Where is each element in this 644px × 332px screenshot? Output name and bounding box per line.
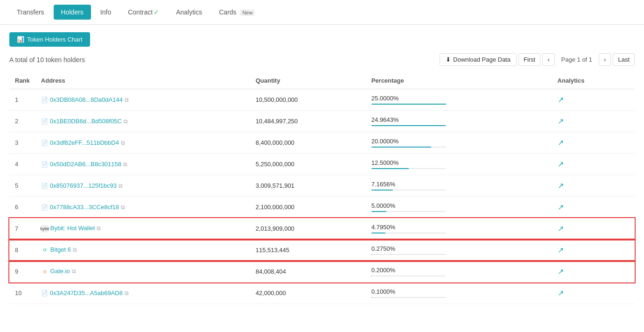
address-link[interactable]: Gate.io xyxy=(50,268,70,275)
analytics-cell: ↗ xyxy=(552,132,635,154)
analytics-chart-icon[interactable]: ↗ xyxy=(558,96,564,104)
analytics-chart-icon[interactable]: ↗ xyxy=(558,246,564,254)
tab-cards[interactable]: Cards New xyxy=(211,5,262,20)
percentage-cell: 5.0000% xyxy=(366,197,552,218)
rank-cell: 3 xyxy=(9,132,35,154)
copy-icon[interactable]: ⧉ xyxy=(73,247,77,253)
summary-text: A total of 10 token holders xyxy=(9,56,85,64)
percentage-bar-container xyxy=(371,297,446,298)
address-cell: 📄0x7788cA33...3CCe8cf18⧉ xyxy=(35,197,250,218)
percentage-cell: 25.0000% xyxy=(366,89,552,111)
percentage-bar-container xyxy=(371,104,446,105)
percentage-cell: 0.1000% xyxy=(366,283,552,304)
page-info: Page 1 of 1 xyxy=(557,54,597,65)
table-row: 4📄0x50dD2AB6...B8c301158⧉5,250,000,00012… xyxy=(9,154,635,175)
check-icon: ✓ xyxy=(154,8,159,16)
doc-icon: 📄 xyxy=(41,118,48,125)
holders-table: Rank Address Quantity Percentage Analyti… xyxy=(9,72,635,304)
table-header: Rank Address Quantity Percentage Analyti… xyxy=(9,72,635,89)
new-badge: New xyxy=(240,9,255,16)
address-cell: 📄0x1BE0DB6d...Bd508f05C⧉ xyxy=(35,111,250,132)
analytics-chart-icon[interactable]: ↗ xyxy=(558,203,564,211)
tab-holders[interactable]: Holders xyxy=(54,5,91,20)
percentage-cell: 4.7950% xyxy=(366,218,552,240)
analytics-chart-icon[interactable]: ↗ xyxy=(558,289,564,297)
next-button[interactable]: › xyxy=(599,53,611,66)
analytics-chart-icon[interactable]: ↗ xyxy=(558,225,564,233)
analytics-cell: ↗ xyxy=(552,197,635,218)
copy-icon[interactable]: ⧉ xyxy=(121,140,125,146)
analytics-cell: ↗ xyxy=(552,261,635,283)
percentage-bar xyxy=(371,125,446,126)
percentage-bar xyxy=(371,297,372,298)
percentage-bar xyxy=(371,104,446,105)
address-cell: 📄0x3A247D35...A5ab69AD8⧉ xyxy=(35,283,250,304)
copy-icon[interactable]: ⧉ xyxy=(123,161,127,168)
chart-icon: 📊 xyxy=(17,36,24,43)
summary-row: A total of 10 token holders ⬇ Download P… xyxy=(9,53,635,66)
percentage-value: 7.1656% xyxy=(371,181,546,188)
copy-icon[interactable]: ⧉ xyxy=(119,183,123,189)
col-quantity: Quantity xyxy=(250,72,366,89)
copy-icon[interactable]: ⧉ xyxy=(72,268,76,275)
quantity-cell: 42,000,000 xyxy=(250,283,366,304)
doc-icon: 📄 xyxy=(41,161,48,168)
table-row: 1📄0x3DB08A08...8Da0dA144⧉10,500,000,0002… xyxy=(9,89,635,111)
copy-icon[interactable]: ⧉ xyxy=(124,118,128,125)
analytics-cell: ↗ xyxy=(552,111,635,132)
percentage-value: 25.0000% xyxy=(371,95,546,102)
token-holders-chart-button[interactable]: 📊 Token Holders Chart xyxy=(9,32,90,47)
percentage-bar xyxy=(371,254,372,255)
address-link[interactable]: Bybit: Hot Wallet xyxy=(50,225,95,232)
rank-cell: 10 xyxy=(9,283,35,304)
analytics-chart-icon[interactable]: ↗ xyxy=(558,160,564,168)
main-content: 📊 Token Holders Chart A total of 10 toke… xyxy=(0,25,644,311)
address-link[interactable]: 0x3DB08A08...8Da0dA144 xyxy=(50,96,123,103)
percentage-value: 0.2000% xyxy=(371,267,546,274)
percentage-value: 0.1000% xyxy=(371,288,546,295)
download-button[interactable]: ⬇ Download Page Data xyxy=(440,53,517,66)
copy-icon[interactable]: ⧉ xyxy=(125,290,129,297)
address-link[interactable]: 0x7788cA33...3CCe8cf18 xyxy=(50,204,119,211)
quantity-cell: 10,484,997,250 xyxy=(250,111,366,132)
table-row: 2📄0x1BE0DB6d...Bd508f05C⧉10,484,997,2502… xyxy=(9,111,635,132)
percentage-value: 12.5000% xyxy=(371,159,546,166)
doc-icon: 📄 xyxy=(41,183,48,189)
tab-transfers[interactable]: Transfers xyxy=(9,5,52,20)
prev-button[interactable]: ‹ xyxy=(542,53,554,66)
last-button[interactable]: Last xyxy=(613,53,635,66)
analytics-chart-icon[interactable]: ↗ xyxy=(558,268,564,275)
percentage-cell: 0.2750% xyxy=(366,240,552,261)
tab-bar: Transfers Holders Info Contract ✓ Analyt… xyxy=(0,0,644,25)
tab-analytics[interactable]: Analytics xyxy=(168,5,210,20)
copy-icon[interactable]: ⧉ xyxy=(97,225,101,232)
percentage-bar-container xyxy=(371,233,446,233)
first-button[interactable]: First xyxy=(518,53,540,66)
tab-info[interactable]: Info xyxy=(93,5,119,20)
copy-icon[interactable]: ⧉ xyxy=(121,204,125,211)
address-link[interactable]: 0x1BE0DB6d...Bd508f05C xyxy=(50,118,122,125)
col-address: Address xyxy=(35,72,250,89)
analytics-chart-icon[interactable]: ↗ xyxy=(558,182,564,190)
quantity-cell: 2,100,000,000 xyxy=(250,197,366,218)
analytics-chart-icon[interactable]: ↗ xyxy=(558,139,564,147)
address-link[interactable]: 0x3A247D35...A5ab69AD8 xyxy=(50,290,123,297)
table-row: 5📄0x85076937...125f1bc93⧉3,009,571,9017.… xyxy=(9,175,635,197)
address-cell: ⊙Gate.io⧉ xyxy=(35,261,250,283)
analytics-cell: ↗ xyxy=(552,154,635,175)
percentage-bar xyxy=(371,190,393,191)
percentage-value: 5.0000% xyxy=(371,202,546,209)
percentage-cell: 24.9643% xyxy=(366,111,552,132)
analytics-cell: ↗ xyxy=(552,89,635,111)
address-link[interactable]: 0x50dD2AB6...B8c301158 xyxy=(50,161,121,168)
address-link[interactable]: 0x3df82eFF...511bDbbD4 xyxy=(50,139,119,146)
address-cell: 📄0x50dD2AB6...B8c301158⧉ xyxy=(35,154,250,175)
address-link[interactable]: Bitget 6 xyxy=(50,246,71,253)
copy-icon[interactable]: ⧉ xyxy=(125,97,129,103)
tab-contract[interactable]: Contract ✓ xyxy=(120,5,167,20)
quantity-cell: 115,513,445 xyxy=(250,240,366,261)
address-link[interactable]: 0x85076937...125f1bc93 xyxy=(50,182,117,189)
analytics-cell: ↗ xyxy=(552,175,635,197)
analytics-chart-icon[interactable]: ↗ xyxy=(558,117,564,125)
rank-cell: 1 xyxy=(9,89,35,111)
